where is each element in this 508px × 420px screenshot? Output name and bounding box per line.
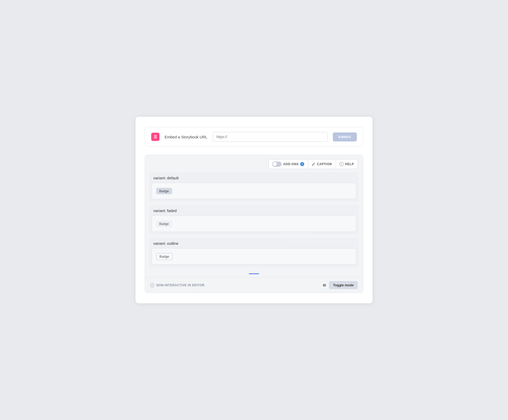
toggle-mode-button[interactable]: Toggle mode [329,281,358,289]
help-button[interactable]: ! HELP [336,159,358,169]
footer-right: M Toggle mode [323,281,358,289]
badge-outline: Badge [156,253,173,260]
variant-card-faded: variant: faded Badge [149,205,359,234]
variant-title-outline: variant: outline [149,238,359,248]
badge-default: Badge [156,188,172,194]
variants-area: variant: default Badge variant: faded Ba… [145,172,363,271]
variant-title-default: variant: default [149,172,359,183]
variant-title-faded: variant: faded [149,205,359,215]
footer-info: i NON-INTERACTIVE IN EDITOR [150,283,205,287]
progress-bar-container [145,271,363,275]
variant-card-default: variant: default Badge [149,172,359,202]
addons-toggle[interactable] [272,162,282,167]
caption-button[interactable]: CAPTION [308,159,336,169]
variant-card-outline: variant: outline Badge [149,238,359,267]
badge-faded: Badge [156,221,172,227]
storybook-logo: S [151,133,159,141]
embed-section: S Embed a Storybook URL EMBED [145,127,363,147]
logo-letter: S [154,134,157,140]
variant-preview-faded: Badge [152,215,356,232]
embed-button[interactable]: EMBED [333,132,357,141]
embed-label: Embed a Storybook URL [165,135,207,139]
variant-preview-outline: Badge [152,248,356,265]
variant-preview-default: Badge [152,183,356,199]
toolbar-group: ADD-ONS i CAPTION ! HELP [268,159,358,169]
pencil-icon [312,162,315,166]
help-icon: ! [340,162,344,166]
addons-info-icon: i [300,162,304,166]
footer-info-label: NON-INTERACTIVE IN EDITOR [156,283,205,287]
main-panel: ADD-ONS i CAPTION ! HELP [145,155,363,293]
addons-button[interactable]: ADD-ONS i [269,159,308,169]
addons-label: ADD-ONS [283,162,299,166]
toolbar: ADD-ONS i CAPTION ! HELP [145,155,363,172]
embed-url-input[interactable] [213,132,328,142]
help-label: HELP [345,162,354,166]
progress-bar [249,273,259,274]
footer-info-icon: i [150,283,154,287]
shortcut-key: M [323,283,326,287]
footer: i NON-INTERACTIVE IN EDITOR M Toggle mod… [145,277,363,293]
main-container: S Embed a Storybook URL EMBED ADD-ONS i [136,117,372,303]
caption-label: CAPTION [317,162,332,166]
